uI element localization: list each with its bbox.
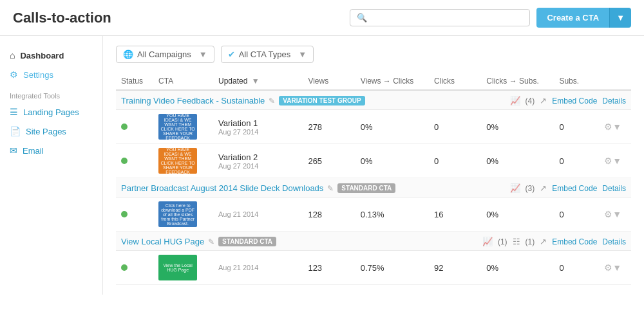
clicks-cell: 0 <box>429 110 481 144</box>
variation-date: Aug 27 2014 <box>218 162 298 170</box>
email-icon: ✉ <box>10 145 17 156</box>
search-input[interactable] <box>371 13 523 23</box>
group-header-inner: View Local HUG Page ✎ STANDARD CTA 📈 (1)… <box>121 237 626 246</box>
cta-thumbnail: View the Local HUG Page <box>158 255 197 280</box>
table-row: Click here to download a PDF of all the … <box>116 197 631 232</box>
app-header: Calls-to-action 🔍 Create a CTA ▼ <box>0 0 644 36</box>
external-link-icon[interactable]: ↗ <box>540 183 547 193</box>
row-gear-icon[interactable]: ⚙▼ <box>604 122 621 132</box>
group-actions: 📈 (4) ↗ Embed Code Details <box>510 96 626 105</box>
table-icon[interactable]: ☷ <box>513 237 520 246</box>
cta-thumbnail-cell: Click here to download a PDF of all the … <box>153 197 213 232</box>
details-link[interactable]: Details <box>602 184 626 193</box>
row-gear-icon[interactable]: ⚙▼ <box>604 156 621 166</box>
sidebar-item-email[interactable]: ✉ Email <box>0 141 102 160</box>
cta-table: Status CTA Updated ▼ Views Views → Click… <box>116 73 631 285</box>
cta-thumbnail-cell: YOU HAVE IDEAS! & WE WANT THEM CLICK HER… <box>153 144 213 178</box>
status-cell <box>116 197 153 232</box>
col-header-c2s: Clicks → Subs. <box>481 73 554 90</box>
embed-code-link[interactable]: Embed Code <box>552 184 597 193</box>
cta-types-icon: ✔ <box>228 50 235 59</box>
stats-count: (4) <box>526 96 535 105</box>
group-title-link[interactable]: Partner Broadcast August 2014 Slide Deck… <box>121 183 323 193</box>
external-link-icon[interactable]: ↗ <box>540 237 547 246</box>
group-header: View Local HUG Page ✎ STANDARD CTA 📈 (1)… <box>116 232 631 251</box>
sidebar-item-dashboard[interactable]: ⌂ Dashboard <box>0 46 102 65</box>
group-header-cell: Training Video Feedback - Sustainable ✎ … <box>116 90 631 110</box>
edit-icon[interactable]: ✎ <box>327 184 334 193</box>
search-box[interactable]: 🔍 <box>350 9 530 26</box>
embed-code-link[interactable]: Embed Code <box>552 96 597 105</box>
status-cell <box>116 251 153 285</box>
create-cta-dropdown-button[interactable]: ▼ <box>609 8 631 28</box>
views-cell: 123 <box>303 251 355 285</box>
cta-types-filter[interactable]: ✔ All CTA Types ▼ <box>221 46 314 63</box>
table-row: View the Local HUG Page Aug 21 2014 123 … <box>116 251 631 285</box>
group-badge: VARIATION TEST GROUP <box>279 96 365 105</box>
sort-arrow-icon: ▼ <box>252 77 260 86</box>
table-count: (1) <box>526 237 535 246</box>
sidebar-item-landing-pages[interactable]: ☰ Landing Pages <box>0 102 102 122</box>
sidebar-landing-pages-label: Landing Pages <box>23 107 79 117</box>
group-title-link[interactable]: View Local HUG Page <box>121 237 204 246</box>
group-header: Partner Broadcast August 2014 Slide Deck… <box>116 178 631 197</box>
stats-count: (3) <box>526 184 535 193</box>
clicks-cell: 0 <box>429 144 481 178</box>
v2c-cell: 0.75% <box>355 251 429 285</box>
group-actions: 📈 (3) ↗ Embed Code Details <box>510 183 626 193</box>
status-dot <box>121 211 128 217</box>
landing-pages-icon: ☰ <box>10 107 18 117</box>
sidebar-item-site-pages[interactable]: 📄 Site Pages <box>0 122 102 141</box>
row-gear-icon[interactable]: ⚙▼ <box>604 209 621 219</box>
group-title-link[interactable]: Training Video Feedback - Sustainable <box>121 96 265 105</box>
col-header-status: Status <box>116 73 153 90</box>
views-cell: 128 <box>303 197 355 232</box>
table-row: YOU HAVE IDEAS! & WE WANT THEM CLICK HER… <box>116 110 631 144</box>
stats-icon[interactable]: 📈 <box>510 96 520 105</box>
subs-cell: 0 <box>554 144 599 178</box>
embed-code-link[interactable]: Embed Code <box>552 237 597 246</box>
group-header-inner: Partner Broadcast August 2014 Slide Deck… <box>121 183 626 193</box>
group-header: Training Video Feedback - Sustainable ✎ … <box>116 90 631 110</box>
updated-cell: Variation 1 Aug 27 2014 <box>213 110 303 144</box>
integrated-tools-label: Integrated Tools <box>0 84 102 102</box>
cta-thumbnail: YOU HAVE IDEAS! & WE WANT THEM CLICK HER… <box>158 148 197 174</box>
actions-cell: ⚙▼ <box>599 144 631 178</box>
c2s-cell: 0% <box>481 110 554 144</box>
subs-cell: 0 <box>554 197 599 232</box>
group-actions: 📈 (1) ☷ (1) ↗ Embed Code Details <box>482 237 626 246</box>
status-cell <box>116 110 153 144</box>
campaigns-filter[interactable]: 🌐 All Campaigns ▼ <box>116 46 214 63</box>
updated-cell: Variation 2 Aug 27 2014 <box>213 144 303 178</box>
updated-cell: Aug 21 2014 <box>213 251 303 285</box>
edit-icon[interactable]: ✎ <box>208 237 214 246</box>
sidebar-settings-label: Settings <box>23 70 53 80</box>
c2s-cell: 0% <box>481 251 554 285</box>
c2s-cell: 0% <box>481 144 554 178</box>
col-header-updated[interactable]: Updated ▼ <box>213 73 303 90</box>
edit-icon[interactable]: ✎ <box>269 96 275 105</box>
cta-thumbnail: YOU HAVE IDEAS! & WE WANT THEM CLICK HER… <box>158 114 197 140</box>
sidebar-item-settings[interactable]: ⚙ Settings <box>0 65 102 84</box>
subs-cell: 0 <box>554 110 599 144</box>
actions-cell: ⚙▼ <box>599 251 631 285</box>
col-header-cta: CTA <box>153 73 213 90</box>
clicks-cell: 92 <box>429 251 481 285</box>
variation-date: Aug 21 2014 <box>218 264 298 271</box>
row-gear-icon[interactable]: ⚙▼ <box>604 262 621 273</box>
external-link-icon[interactable]: ↗ <box>540 96 547 105</box>
gear-settings-icon: ⚙ <box>10 69 18 80</box>
create-cta-button[interactable]: Create a CTA <box>536 8 609 28</box>
views-cell: 265 <box>303 144 355 178</box>
actions-cell: ⚙▼ <box>599 110 631 144</box>
col-header-clicks: Clicks <box>429 73 481 90</box>
details-link[interactable]: Details <box>602 96 626 105</box>
stats-icon[interactable]: 📈 <box>510 183 520 193</box>
details-link[interactable]: Details <box>602 237 626 246</box>
sidebar-dashboard-label: Dashboard <box>20 51 64 60</box>
stats-icon[interactable]: 📈 <box>482 237 493 246</box>
col-header-actions <box>599 73 631 90</box>
campaigns-filter-label: All Campaigns <box>137 50 191 59</box>
sidebar-email-label: Email <box>23 146 44 156</box>
home-icon: ⌂ <box>10 50 15 60</box>
